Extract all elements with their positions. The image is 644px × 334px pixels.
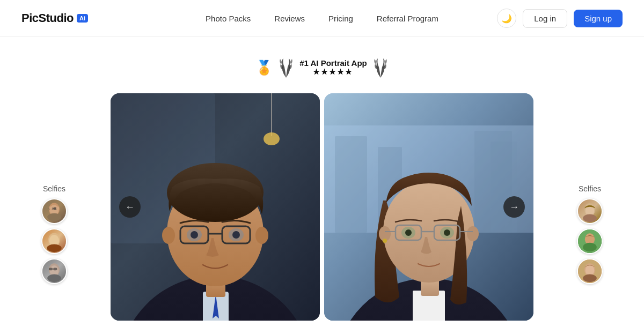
badge-title: #1 AI Portrait App [299, 58, 367, 68]
svg-point-61 [583, 243, 597, 252]
right-thumb-2[interactable] [577, 228, 603, 254]
portrait-man: ← [111, 93, 320, 321]
right-selfie-sidebar: Selfies [533, 93, 644, 284]
left-selfie-sidebar: Selfies [0, 93, 111, 284]
svg-point-54 [444, 229, 450, 236]
svg-point-33 [232, 231, 240, 239]
portraits-wrapper: ← [111, 93, 533, 321]
nav-photo-packs[interactable]: Photo Packs [196, 10, 260, 27]
left-thumb-3-image [42, 259, 66, 283]
right-arrow-icon: → [509, 202, 519, 213]
signup-button[interactable]: Sign up [574, 10, 623, 27]
badge-area: 🏅 #1 AI Portrait App ★★★★★ [0, 37, 644, 93]
nav-links: Photo Packs Reviews Pricing Referral Pro… [196, 10, 448, 27]
svg-point-64 [586, 265, 595, 276]
portrait-woman: → [324, 93, 533, 321]
main-content: Selfies [0, 93, 644, 321]
svg-point-65 [583, 274, 597, 283]
left-selfie-label: Selfies [43, 184, 65, 193]
left-thumb-1-image [42, 199, 66, 223]
logo-text: PicStudio [21, 11, 74, 25]
svg-point-24 [167, 163, 264, 222]
right-thumb-3[interactable] [577, 258, 603, 284]
nav-actions: 🌙 Log in Sign up [497, 9, 623, 28]
svg-point-53 [405, 229, 412, 236]
svg-rect-39 [491, 142, 517, 233]
right-selfie-label: Selfies [579, 184, 601, 193]
svg-point-9 [47, 244, 62, 253]
right-selfie-thumbs [577, 198, 603, 284]
logo[interactable]: PicStudio Ai [21, 11, 88, 25]
award-badge: 🏅 #1 AI Portrait App ★★★★★ [255, 52, 389, 83]
nav-pricing[interactable]: Pricing [319, 10, 363, 27]
logo-ai-badge: Ai [77, 14, 88, 23]
svg-point-45 [467, 226, 479, 241]
left-selfie-thumbs [41, 198, 67, 284]
svg-point-5 [49, 206, 53, 210]
left-thumb-2-image [42, 229, 66, 253]
svg-point-25 [162, 227, 175, 244]
right-thumb-1-image [578, 199, 602, 223]
nav-referral[interactable]: Referral Program [367, 10, 448, 27]
portraits-area: ← [111, 93, 533, 321]
laurel-left-icon [278, 52, 294, 83]
svg-point-14 [47, 274, 61, 283]
svg-point-55 [383, 239, 387, 243]
laurel-left-icon: 🏅 [255, 61, 273, 75]
svg-point-6 [56, 206, 60, 210]
left-thumb-3[interactable] [41, 258, 67, 284]
svg-rect-13 [53, 268, 57, 271]
right-thumb-2-image [578, 229, 602, 253]
navbar: PicStudio Ai Photo Packs Reviews Pricing… [0, 0, 644, 37]
right-thumb-3-image [578, 259, 602, 283]
laurel-right-icon [372, 52, 389, 83]
left-thumb-2[interactable] [41, 228, 67, 254]
svg-rect-12 [49, 268, 53, 271]
moon-icon: 🌙 [501, 13, 512, 24]
svg-rect-36 [335, 136, 367, 233]
left-thumb-1[interactable] [41, 198, 67, 224]
badge-text: #1 AI Portrait App ★★★★★ [299, 58, 367, 76]
login-button[interactable]: Log in [523, 9, 567, 28]
svg-point-58 [583, 214, 597, 222]
left-arrow-icon: ← [125, 202, 135, 213]
svg-point-26 [255, 227, 268, 244]
svg-point-32 [191, 231, 198, 239]
svg-point-18 [264, 132, 280, 145]
badge-stars: ★★★★★ [313, 68, 353, 76]
prev-portrait-button[interactable]: ← [119, 196, 141, 218]
right-thumb-1[interactable] [577, 198, 603, 224]
nav-reviews[interactable]: Reviews [265, 10, 314, 27]
svg-point-4 [47, 213, 61, 221]
next-portrait-button[interactable]: → [503, 196, 525, 218]
dark-mode-button[interactable]: 🌙 [497, 9, 516, 28]
